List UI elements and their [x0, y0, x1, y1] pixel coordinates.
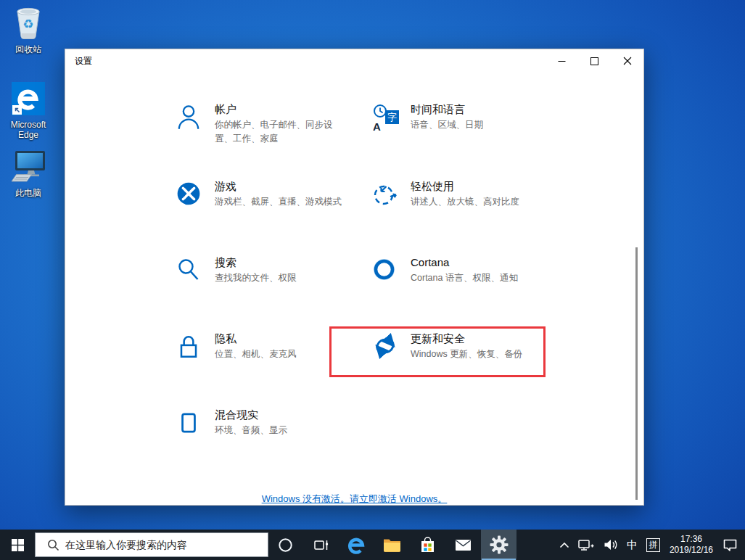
mail-icon — [455, 539, 472, 551]
tile-title: 时间和语言 — [411, 102, 483, 117]
headset-icon — [176, 409, 205, 438]
desktop-icon-edge[interactable]: Microsoft Edge — [0, 80, 57, 140]
tile-subtitle: 环境、音频、显示 — [215, 424, 287, 437]
start-button[interactable] — [0, 530, 35, 560]
settings-tile-privacy[interactable]: 隐私 位置、相机、麦克风 — [176, 332, 383, 362]
clock-time: 17:36 — [670, 534, 713, 545]
chevron-up-icon — [559, 542, 569, 548]
network-tray-button[interactable] — [574, 530, 599, 560]
settings-window: 设置 帐户 你的帐户、电子邮件、同步设置、工作、家庭 — [65, 49, 644, 506]
windows-logo-icon — [12, 539, 24, 551]
volume-tray-button[interactable] — [599, 530, 622, 560]
tile-title: 游戏 — [215, 179, 342, 194]
action-center-button[interactable] — [718, 530, 742, 560]
store-icon — [420, 537, 435, 553]
tile-subtitle: 游戏栏、截屏、直播、游戏模式 — [215, 195, 342, 209]
taskbar-search-box[interactable] — [35, 532, 268, 557]
window-title: 设置 — [75, 55, 92, 67]
minimize-button[interactable] — [546, 49, 578, 73]
letter-a-glyph: A — [373, 120, 381, 133]
taskbar-cortana-button[interactable] — [268, 530, 303, 560]
recycle-symbol-icon: ♻ — [12, 17, 45, 31]
sync-icon — [371, 333, 400, 362]
tile-title: 搜索 — [215, 255, 297, 270]
search-icon — [176, 257, 205, 286]
tray-overflow-button[interactable] — [555, 530, 574, 560]
settings-tile-mixed-reality[interactable]: 混合现实 环境、音频、显示 — [176, 408, 383, 438]
maximize-icon — [590, 57, 598, 65]
tile-subtitle: 位置、相机、麦克风 — [215, 347, 297, 361]
task-view-icon — [314, 539, 329, 551]
search-input[interactable] — [65, 539, 254, 551]
recycle-bin-icon: ♻ — [0, 4, 57, 42]
scrollbar-thumb[interactable] — [635, 247, 638, 500]
settings-tile-search[interactable]: 搜索 查找我的文件、权限 — [176, 255, 383, 286]
activation-link[interactable]: Windows 没有激活。请立即激活 Windows。 — [262, 493, 448, 504]
desktop-icon-label: 回收站 — [0, 44, 57, 54]
desktop-icon-this-pc[interactable]: 此电脑 — [0, 148, 57, 198]
tile-subtitle: 查找我的文件、权限 — [215, 271, 297, 285]
zi-glyph: 字 — [385, 110, 399, 124]
shortcut-arrow-icon — [12, 105, 22, 115]
cortana-ring-icon — [371, 257, 400, 286]
tile-title: 隐私 — [215, 332, 297, 346]
ease-of-access-icon — [371, 181, 400, 210]
person-icon — [176, 104, 205, 133]
lock-icon — [176, 333, 205, 362]
settings-tile-gaming[interactable]: 游戏 游戏栏、截屏、直播、游戏模式 — [176, 179, 383, 210]
close-button[interactable] — [611, 49, 643, 73]
tile-subtitle: 语音、区域、日期 — [411, 118, 483, 132]
tile-title: Cortana — [411, 255, 518, 270]
ime-mode-indicator[interactable]: 拼 — [642, 530, 664, 560]
gear-icon — [490, 535, 509, 554]
desktop-icon-label: Microsoft Edge — [0, 120, 57, 140]
network-icon — [578, 538, 595, 551]
time-language-icon: A 字 — [371, 104, 400, 133]
taskbar-edge-button[interactable] — [339, 530, 374, 560]
titlebar[interactable]: 设置 — [65, 49, 643, 73]
clock[interactable]: 17:36 2019/12/16 — [664, 534, 718, 556]
settings-tile-ease-of-access[interactable]: 轻松使用 讲述人、放大镜、高对比度 — [371, 179, 579, 210]
speaker-icon — [604, 539, 618, 551]
edge-icon — [0, 80, 57, 118]
tile-subtitle: Windows 更新、恢复、备份 — [411, 347, 522, 361]
action-center-icon — [723, 538, 738, 552]
task-view-button[interactable] — [303, 530, 339, 560]
maximize-button[interactable] — [578, 49, 611, 73]
cortana-icon — [278, 538, 293, 553]
settings-tile-accounts[interactable]: 帐户 你的帐户、电子邮件、同步设置、工作、家庭 — [176, 102, 383, 146]
tile-subtitle: 讲述人、放大镜、高对比度 — [411, 195, 519, 209]
store-button[interactable] — [410, 530, 445, 560]
xbox-icon — [176, 181, 205, 210]
edge-icon — [347, 535, 366, 555]
mail-button[interactable] — [445, 530, 481, 560]
settings-tile-update-security[interactable]: 更新和安全 Windows 更新、恢复、备份 — [371, 332, 579, 362]
tile-title: 更新和安全 — [411, 332, 522, 346]
this-pc-icon — [0, 148, 57, 186]
ime-mode-badge: 拼 — [646, 538, 660, 552]
tile-title: 轻松使用 — [411, 179, 519, 194]
tile-subtitle: 你的帐户、电子邮件、同步设置、工作、家庭 — [215, 118, 347, 146]
file-explorer-button[interactable] — [374, 530, 410, 560]
settings-button[interactable] — [481, 530, 516, 560]
taskbar: 中 拼 17:36 2019/12/16 — [0, 530, 745, 560]
ime-language-indicator[interactable]: 中 — [622, 530, 642, 560]
minimize-icon — [558, 57, 566, 65]
close-icon — [623, 57, 632, 65]
tile-subtitle: Cortana 语言、权限、通知 — [411, 271, 518, 285]
desktop-icon-recycle-bin[interactable]: ♻ 回收站 — [0, 4, 57, 54]
tile-title: 混合现实 — [215, 408, 287, 422]
clock-date: 2019/12/16 — [670, 545, 713, 556]
desktop-icon-label: 此电脑 — [0, 188, 57, 198]
search-icon — [47, 539, 59, 551]
tile-title: 帐户 — [215, 102, 347, 117]
activation-notice: Windows 没有激活。请立即激活 Windows。 — [65, 492, 643, 506]
folder-icon — [383, 538, 401, 552]
settings-tile-cortana[interactable]: Cortana Cortana 语言、权限、通知 — [371, 255, 579, 286]
settings-tile-time-language[interactable]: A 字 时间和语言 语音、区域、日期 — [371, 102, 579, 133]
